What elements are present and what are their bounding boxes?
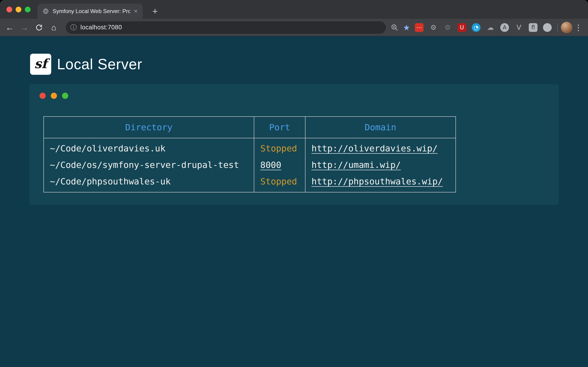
table-row: ~/Code/os/symfony-server-drupal-test 800… — [44, 157, 456, 173]
panel-dot-green — [62, 93, 68, 99]
tab-strip: Symfony Local Web Server: Prox × + — [0, 0, 588, 19]
extension-cloud-icon[interactable]: ☁ — [486, 23, 495, 32]
column-header-domain: Domain — [305, 117, 456, 138]
globe-favicon-icon — [43, 8, 49, 15]
directory-cell: ~/Code/phpsouthwales-uk — [44, 173, 254, 192]
extension-github-icon[interactable] — [543, 23, 552, 32]
reload-icon — [35, 24, 43, 31]
servers-table: Directory Port Domain ~/Code/oliverdavie… — [43, 116, 456, 192]
table-row: ~/Code/phpsouthwales-uk Stopped http://p… — [44, 173, 456, 192]
browser-window: Symfony Local Web Server: Prox × + ← → ⌂… — [0, 0, 588, 367]
symfony-logo: sf — [30, 54, 51, 75]
panel-window-dots — [40, 93, 68, 99]
column-header-directory: Directory — [44, 117, 254, 138]
browser-tab[interactable]: Symfony Local Web Server: Prox × — [37, 4, 143, 19]
tab-title: Symfony Local Web Server: Prox — [52, 8, 130, 15]
table-row: ~/Code/oliverdavies.uk Stopped http://ol… — [44, 138, 456, 157]
extension-letter-a-icon[interactable]: A — [500, 23, 509, 32]
page-title: Local Server — [57, 56, 142, 73]
domain-link[interactable]: http://oliverdavies.wip/ — [311, 143, 438, 153]
extensions-area: ⋯⚙⚙U◔☁AVfl — [415, 23, 552, 32]
tab-close-icon[interactable]: × — [134, 8, 138, 15]
domain-link[interactable]: http://phpsouthwales.wip/ — [311, 176, 443, 186]
server-panel: Directory Port Domain ~/Code/oliverdavie… — [29, 84, 559, 205]
browser-menu-icon[interactable]: ⋮ — [572, 22, 584, 33]
column-header-port: Port — [254, 117, 305, 138]
extension-letter-v-icon[interactable]: V — [515, 23, 523, 32]
magnifier-icon — [391, 24, 398, 31]
extension-red-dots-icon[interactable]: ⋯ — [415, 23, 424, 32]
symfony-logo-text: sf — [34, 56, 47, 71]
directory-cell: ~/Code/oliverdavies.uk — [44, 138, 254, 157]
bookmark-star-icon[interactable]: ★ — [401, 22, 413, 33]
panel-dot-red — [40, 93, 46, 99]
extension-gear-dark-icon[interactable]: ⚙ — [443, 23, 452, 32]
port-status: Stopped — [260, 143, 297, 153]
directory-cell: ~/Code/os/symfony-server-drupal-test — [44, 157, 254, 173]
toolbar-separator — [557, 23, 558, 32]
traffic-light-close-button[interactable] — [6, 7, 12, 12]
address-bar[interactable]: ⓘ localhost:7080 — [66, 21, 386, 34]
traffic-light-zoom-button[interactable] — [25, 7, 31, 12]
window-controls — [6, 7, 31, 12]
domain-link[interactable]: http://umami.wip/ — [311, 160, 401, 170]
new-tab-button[interactable]: + — [150, 6, 160, 17]
extension-ublock-icon[interactable]: U — [458, 23, 466, 32]
extension-fl-square-icon[interactable]: fl — [529, 23, 537, 32]
page-content: sf Local Server Directory Port Domain — [0, 36, 588, 367]
table-header-row: Directory Port Domain — [44, 117, 456, 138]
site-info-icon[interactable]: ⓘ — [70, 23, 77, 32]
extension-gear-light-icon[interactable]: ⚙ — [429, 23, 438, 32]
port-link[interactable]: 8000 — [260, 160, 281, 170]
back-button[interactable]: ← — [3, 21, 16, 34]
home-button[interactable]: ⌂ — [47, 21, 60, 34]
panel-dot-orange — [51, 93, 57, 99]
traffic-light-minimize-button[interactable] — [16, 7, 21, 12]
extension-blue-disc-icon[interactable]: ◔ — [472, 23, 481, 32]
zoom-icon[interactable] — [389, 22, 401, 33]
browser-toolbar: ← → ⌂ ⓘ localhost:7080 ★ ⋯⚙⚙U◔☁AVfl ⋮ — [0, 19, 588, 36]
forward-button[interactable]: → — [18, 21, 31, 34]
url-text: localhost:7080 — [80, 24, 122, 31]
reload-button[interactable] — [33, 21, 45, 34]
profile-avatar[interactable] — [561, 22, 572, 33]
port-status: Stopped — [260, 176, 297, 186]
